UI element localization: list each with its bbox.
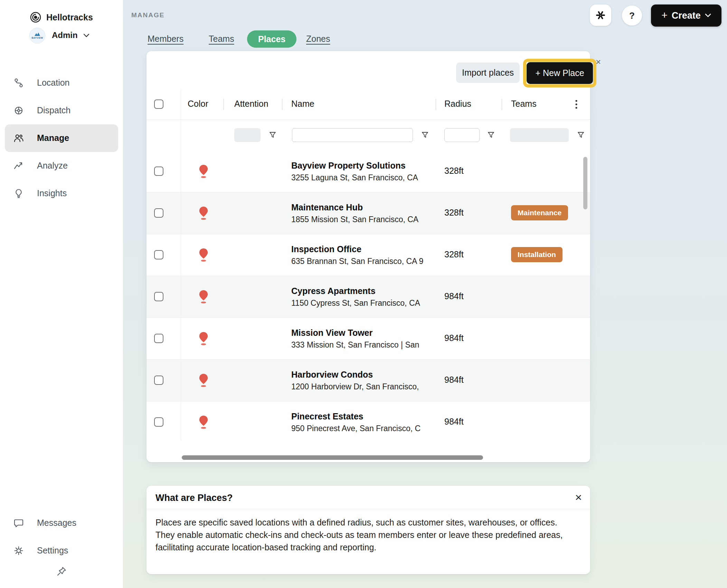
vertical-scrollbar-thumb[interactable] — [583, 157, 587, 209]
place-name: Pinecrest Estates — [291, 411, 432, 421]
place-name: Bayview Property Solutions — [291, 161, 432, 171]
sidebar-item-label: Dispatch — [37, 105, 70, 115]
place-radius: 328ft — [444, 208, 464, 218]
place-name: Mission View Tower — [291, 328, 432, 338]
account-switcher[interactable]: BAYVIEW Admin — [0, 28, 123, 44]
filter-icon[interactable] — [421, 131, 429, 140]
place-pin-icon — [197, 164, 210, 180]
tab-teams[interactable]: Teams — [209, 34, 234, 44]
table-row[interactable]: Maintenance Hub1855 Mission St, San Fran… — [147, 192, 590, 234]
sidebar-item-manage[interactable]: Manage — [5, 124, 118, 152]
place-radius: 984ft — [444, 291, 464, 301]
help-button[interactable]: ? — [622, 6, 642, 26]
avatar-org-label: BAYVIEW — [31, 37, 43, 39]
chat-bubble-icon — [13, 518, 24, 528]
checkbox-column-divider — [181, 89, 181, 452]
sidebar-item-label: Insights — [37, 188, 67, 198]
place-address: 3255 Laguna St, San Francisco, CA — [291, 173, 432, 182]
column-header-name[interactable]: Name — [291, 99, 314, 109]
column-header-teams[interactable]: Teams — [511, 99, 537, 109]
place-name: Cypress Apartments — [291, 286, 432, 296]
name-filter-input[interactable] — [292, 128, 413, 142]
row-checkbox[interactable] — [154, 417, 163, 427]
import-places-button[interactable]: Import places — [456, 63, 520, 83]
avatar: BAYVIEW — [29, 28, 45, 44]
info-card-body: Places are specific saved locations with… — [155, 516, 576, 553]
place-radius: 328ft — [444, 249, 464, 259]
tab-members[interactable]: Members — [148, 34, 183, 44]
table-row[interactable]: Mission View Tower333 Mission St, San Fr… — [147, 318, 590, 360]
place-pin-icon — [197, 415, 210, 431]
gear-icon — [13, 546, 24, 556]
row-checkbox[interactable] — [154, 376, 163, 385]
tab-places[interactable]: Places — [247, 30, 296, 48]
place-address: 635 Brannan St, San Francisco, CA 9 — [291, 257, 432, 266]
teams-filter-input[interactable] — [510, 128, 569, 142]
pin-sidebar-button[interactable] — [50, 563, 73, 580]
main-area: MANAGE Members Teams Places Zones ? + Cr… — [123, 0, 727, 588]
place-radius: 984ft — [444, 375, 464, 385]
place-radius: 328ft — [444, 166, 464, 176]
pushpin-icon — [56, 566, 67, 577]
filter-icon[interactable] — [487, 131, 495, 140]
column-header-radius[interactable]: Radius — [444, 99, 471, 109]
sidebar-item-location[interactable]: Location — [5, 69, 118, 97]
table-row[interactable]: Cypress Apartments1150 Cypress St, San F… — [147, 276, 590, 318]
place-address: 1150 Cypress St, San Francisco, CA — [291, 298, 432, 308]
table-row[interactable]: Harborview Condos1200 Harborview Dr, San… — [147, 360, 590, 401]
sidebar-item-messages[interactable]: Messages — [5, 509, 118, 537]
place-address: 1200 Harborview Dr, San Francisco, — [291, 382, 432, 391]
sidebar-item-label: Manage — [37, 133, 69, 143]
place-pin-icon — [197, 331, 210, 348]
column-header-attention[interactable]: Attention — [234, 99, 268, 109]
horizontal-scrollbar-thumb[interactable] — [182, 455, 483, 460]
filter-icon[interactable] — [268, 131, 277, 140]
new-place-button[interactable]: + New Place — [527, 62, 593, 84]
place-name: Harborview Condos — [291, 370, 432, 380]
sidebar-item-analyze[interactable]: Analyze — [5, 152, 118, 180]
sidebar-item-insights[interactable]: Insights — [5, 180, 118, 207]
table-options-button[interactable] — [570, 98, 582, 112]
row-checkbox[interactable] — [154, 250, 163, 259]
sidebar-item-dispatch[interactable]: Dispatch — [5, 97, 118, 124]
what-are-places-card: What are Places? × Places are specific s… — [147, 486, 590, 574]
column-separator — [224, 99, 224, 110]
tab-zones[interactable]: Zones — [306, 34, 330, 44]
column-separator — [436, 99, 436, 110]
sidebar-item-label: Analyze — [37, 161, 68, 171]
people-icon — [13, 133, 24, 143]
table-row[interactable]: Inspection Office635 Brannan St, San Fra… — [147, 234, 590, 276]
column-header-color[interactable]: Color — [188, 99, 208, 109]
sidebar-item-settings[interactable]: Settings — [5, 537, 118, 565]
row-checkbox[interactable] — [154, 167, 163, 176]
table-row[interactable]: Pinecrest Estates950 Pinecrest Ave, San … — [147, 401, 590, 443]
close-icon[interactable]: × — [575, 491, 582, 503]
place-radius: 984ft — [444, 417, 464, 427]
sidebar-item-label: Location — [37, 78, 70, 88]
info-card-title: What are Places? — [155, 493, 233, 503]
sidebar-item-label: Messages — [37, 518, 76, 528]
brand-name: Hellotracks — [46, 12, 93, 22]
table-header: Color Attention Name Radius Teams — [147, 89, 590, 120]
sparkle-icon — [596, 10, 605, 20]
place-address: 950 Pinecrest Ave, San Francisco, C — [291, 424, 432, 433]
route-icon — [13, 78, 24, 88]
color-filter-input[interactable] — [234, 128, 261, 142]
sidebar-item-label: Settings — [37, 546, 68, 556]
sidebar: Hellotracks BAYVIEW Admin Location — [0, 0, 123, 588]
row-checkbox[interactable] — [154, 292, 163, 301]
dismiss-highlight-button[interactable]: × — [596, 57, 601, 66]
row-checkbox[interactable] — [154, 208, 163, 218]
place-pin-icon — [197, 289, 210, 306]
divider — [147, 509, 590, 509]
column-separator — [282, 99, 282, 110]
table-row[interactable]: Bayview Property Solutions3255 Laguna St… — [147, 151, 590, 192]
create-button[interactable]: + Create — [651, 4, 721, 27]
filter-icon[interactable] — [577, 131, 585, 140]
radius-filter-input[interactable] — [444, 128, 480, 142]
ai-assistant-button[interactable] — [590, 4, 611, 26]
select-all-checkbox[interactable] — [154, 99, 163, 109]
place-name: Maintenance Hub — [291, 202, 432, 212]
place-pin-icon — [197, 206, 210, 222]
row-checkbox[interactable] — [154, 334, 163, 343]
